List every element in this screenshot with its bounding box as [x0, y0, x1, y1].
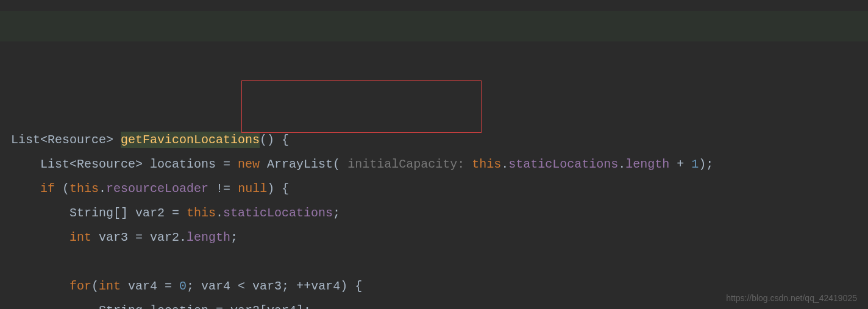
keyword-new: new — [238, 157, 260, 171]
indent — [11, 279, 69, 293]
keyword-int: int — [99, 279, 121, 293]
code-text: var3 = var2. — [91, 230, 187, 244]
punct: ); — [699, 157, 713, 171]
keyword-this: this — [69, 182, 99, 196]
indent — [11, 304, 99, 309]
punct: () { — [260, 133, 289, 147]
keyword-this: this — [472, 157, 501, 171]
keyword-this: this — [187, 206, 216, 220]
code-text: var4 = — [121, 279, 179, 293]
code-line[interactable]: List<Resource> getFaviconLocations() { — [11, 128, 868, 152]
punct: ; — [230, 230, 238, 244]
inline-hint: initialCapacity: — [347, 157, 472, 171]
code-line[interactable]: List<Resource> locations = new ArrayList… — [11, 152, 868, 177]
code-line[interactable] — [11, 250, 868, 274]
indent — [11, 182, 40, 196]
indent — [11, 230, 69, 244]
code-text: List<Resource> locations = — [40, 157, 238, 171]
property-ref: length — [625, 157, 669, 171]
type-token: List<Resource> — [11, 133, 121, 147]
code-line[interactable]: if (this.resourceLoader != null) { — [11, 177, 868, 201]
code-line[interactable]: String[] var2 = this.staticLocations; — [11, 201, 868, 226]
punct: . — [216, 206, 223, 220]
punct: ( — [91, 279, 99, 293]
field-ref: staticLocations — [223, 206, 333, 220]
indent — [11, 157, 40, 171]
punct: . — [501, 157, 508, 171]
code-text: ArrayList( — [260, 157, 347, 171]
punct: . — [99, 182, 106, 196]
header-highlight — [0, 11, 868, 41]
keyword-if: if — [40, 182, 55, 196]
punct: ; — [333, 206, 340, 220]
keyword-int: int — [69, 230, 91, 244]
indent — [11, 206, 69, 220]
code-text: String[] var2 = — [69, 206, 187, 220]
watermark-text: https://blog.csdn.net/qq_42419025 — [726, 293, 857, 303]
number-literal: 0 — [179, 279, 187, 293]
property-ref: length — [187, 230, 230, 244]
code-text: String location = var2[var4]; — [99, 304, 311, 309]
punct: ; var4 < var3; ++var4) { — [187, 279, 362, 293]
code-line[interactable]: int var3 = var2.length; — [11, 226, 868, 250]
field-ref: staticLocations — [508, 157, 618, 171]
method-name: getFaviconLocations — [121, 132, 260, 148]
punct: ) { — [267, 182, 289, 196]
field-ref: resourceLoader — [106, 182, 208, 196]
code-content: List<Resource> getFaviconLocations() { L… — [11, 104, 868, 309]
keyword-for: for — [69, 279, 91, 293]
code-editor[interactable]: List<Resource> getFaviconLocations() { L… — [0, 0, 868, 309]
punct: + — [669, 157, 691, 171]
punct: ( — [55, 182, 69, 196]
keyword-null: null — [238, 182, 267, 196]
number-literal: 1 — [691, 157, 699, 171]
punct: != — [208, 182, 238, 196]
punct: . — [618, 157, 625, 171]
